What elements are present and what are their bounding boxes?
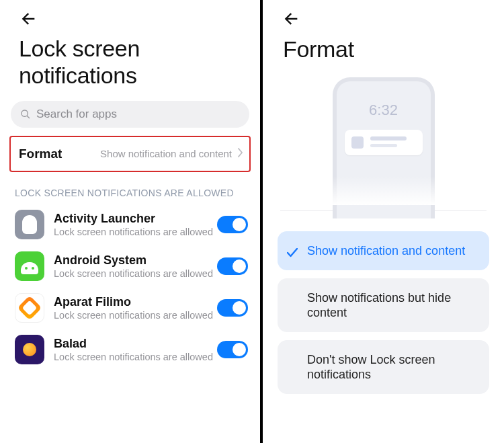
app-sub: Lock screen notifications are allowed (54, 310, 217, 321)
app-text: Activity LauncherLock screen notificatio… (54, 212, 217, 238)
format-label: Format (19, 147, 62, 161)
format-detail-pane: Format 6:32 Show notification and conten… (263, 0, 504, 443)
format-option-label: Show notifications but hide content (307, 291, 451, 319)
page-title: Lock screen notifications (19, 35, 260, 89)
notifications-toggle[interactable] (217, 299, 248, 317)
search-apps-field[interactable]: Search for apps (11, 101, 249, 128)
format-option[interactable]: Don't show Lock screen notifications (278, 340, 489, 394)
app-row[interactable]: BaladLock screen notifications are allow… (0, 328, 260, 370)
arrow-left-icon (19, 9, 38, 28)
notifications-toggle[interactable] (217, 341, 248, 358)
app-sub: Lock screen notifications are allowed (54, 227, 217, 238)
notifications-toggle[interactable] (217, 216, 248, 233)
back-button[interactable] (19, 9, 260, 28)
app-sub: Lock screen notifications are allowed (54, 352, 217, 363)
app-icon (15, 335, 44, 364)
format-option[interactable]: Show notification and content (278, 231, 489, 270)
app-icon (15, 251, 44, 281)
app-name: Android System (54, 253, 217, 268)
search-icon (20, 109, 31, 120)
settings-lockscreen-notifications-pane: Lock screen notifications Search for app… (0, 0, 260, 443)
back-button[interactable] (282, 9, 504, 28)
format-options: Show notification and contentShow notifi… (278, 231, 489, 394)
notifications-toggle[interactable] (217, 257, 248, 275)
format-option-label: Don't show Lock screen notifications (307, 353, 435, 381)
app-icon (15, 210, 44, 239)
app-name: Aparat Filimo (54, 295, 217, 309)
format-option-label: Show notification and content (307, 244, 465, 257)
app-name: Activity Launcher (54, 212, 217, 226)
app-list: Activity LauncherLock screen notificatio… (0, 203, 260, 370)
section-header: LOCK SCREEN NOTIFICATIONS ARE ALLOWED (15, 187, 260, 199)
app-icon (15, 293, 44, 323)
format-option[interactable]: Show notifications but hide content (278, 278, 489, 332)
app-text: Android SystemLock screen notifications … (54, 253, 217, 280)
lockscreen-preview: 6:32 (317, 77, 451, 205)
arrow-left-icon (282, 9, 300, 28)
search-placeholder: Search for apps (36, 108, 117, 121)
app-name: Balad (54, 337, 217, 351)
chevron-right-icon (237, 148, 244, 160)
app-text: Aparat FilimoLock screen notifications a… (54, 295, 217, 321)
app-row[interactable]: Aparat FilimoLock screen notifications a… (0, 286, 260, 328)
format-row[interactable]: Format Show notification and content (9, 136, 251, 172)
check-icon (287, 246, 298, 261)
app-text: BaladLock screen notifications are allow… (54, 337, 217, 363)
page-title: Format (283, 36, 504, 63)
preview-fade (317, 177, 451, 205)
app-row[interactable]: Android SystemLock screen notifications … (0, 245, 260, 286)
preview-notification-icon (345, 130, 423, 155)
app-row[interactable]: Activity LauncherLock screen notificatio… (0, 203, 260, 245)
format-value: Show notification and content (62, 148, 243, 160)
app-sub: Lock screen notifications are allowed (54, 268, 217, 280)
preview-time: 6:32 (337, 102, 431, 119)
